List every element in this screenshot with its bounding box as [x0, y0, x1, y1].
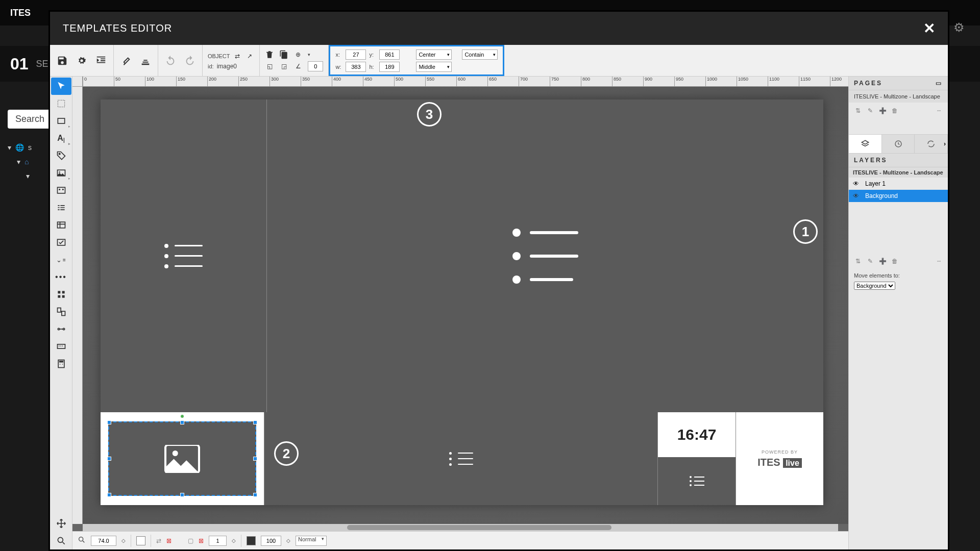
- stroke-width-input[interactable]: [209, 536, 227, 546]
- trash-icon[interactable]: 🗑: [891, 107, 899, 115]
- trash-icon[interactable]: [265, 50, 274, 59]
- dropdown-icon[interactable]: ▾: [308, 52, 310, 57]
- connector-tool-icon[interactable]: [51, 320, 71, 338]
- sync-tab-icon[interactable]: [915, 135, 948, 153]
- media-tool-icon[interactable]: [51, 182, 71, 199]
- horizontal-scrollbar[interactable]: [83, 524, 838, 531]
- rotation-handle[interactable]: [180, 414, 184, 418]
- zone-clock[interactable]: 16:47: [657, 412, 736, 505]
- fill-swatch[interactable]: [136, 536, 145, 545]
- layer-row[interactable]: 👁 Background: [849, 190, 948, 202]
- move-tool-icon[interactable]: [51, 515, 71, 532]
- align-center-icon[interactable]: ⊕: [293, 50, 303, 59]
- stepper-icon[interactable]: ◇: [121, 538, 126, 543]
- stepper-icon[interactable]: ◇: [286, 538, 290, 543]
- reorder-icon[interactable]: ⇅: [854, 107, 862, 115]
- grid-tool-icon[interactable]: [51, 286, 71, 303]
- page-item[interactable]: ITESLIVE - Multizone - Landscape: [849, 90, 948, 103]
- resize-handle[interactable]: [107, 457, 111, 461]
- redo-icon[interactable]: [183, 54, 197, 68]
- bring-front-icon[interactable]: ◱: [265, 62, 274, 71]
- panel-expand-icon[interactable]: ▭: [936, 80, 943, 87]
- canvas[interactable]: 16:47 POWERED BY: [83, 87, 848, 524]
- chevron-down-icon[interactable]: ▾: [8, 143, 11, 152]
- zoom-tool-icon[interactable]: [51, 532, 71, 549]
- rotate-icon[interactable]: ∠: [293, 62, 303, 71]
- more-tool-icon[interactable]: •••: [51, 268, 71, 286]
- send-back-icon[interactable]: ◲: [279, 62, 288, 71]
- move-elements-select[interactable]: Background: [854, 282, 895, 290]
- flip-h-icon[interactable]: ⇄: [156, 537, 161, 544]
- brush-icon[interactable]: [119, 54, 133, 68]
- settings-gear-icon[interactable]: ⚙: [953, 20, 965, 35]
- marquee-tool-icon[interactable]: [51, 95, 71, 112]
- edit-icon[interactable]: ✎: [866, 257, 874, 265]
- indent-icon[interactable]: [94, 54, 108, 68]
- chevron-down-icon[interactable]: ▾: [17, 158, 20, 166]
- w-input[interactable]: [346, 62, 366, 72]
- image-tool-icon[interactable]: ▸: [51, 164, 71, 182]
- calculator-tool-icon[interactable]: [51, 355, 71, 372]
- copy-icon[interactable]: [279, 50, 288, 59]
- zoom-input[interactable]: [91, 536, 116, 546]
- edit-icon[interactable]: ✎: [866, 107, 874, 115]
- resize-handle[interactable]: [107, 420, 111, 424]
- tag-tool-icon[interactable]: [51, 147, 71, 164]
- text-tool-icon[interactable]: A|▸: [51, 130, 71, 147]
- zone-ticker[interactable]: [264, 412, 657, 505]
- resize-handle[interactable]: [253, 493, 257, 497]
- rotation-input[interactable]: [308, 61, 323, 71]
- keyboard-tool-icon[interactable]: [51, 338, 71, 355]
- resize-handle[interactable]: [253, 457, 257, 461]
- export-icon[interactable]: ↗: [245, 52, 254, 61]
- close-icon[interactable]: ✕: [923, 20, 935, 37]
- chevron-right-icon[interactable]: ›: [944, 140, 946, 147]
- stepper-icon[interactable]: ◇: [232, 538, 236, 543]
- globe-icon[interactable]: 🌐: [15, 143, 24, 152]
- pointer-tool-icon[interactable]: [51, 78, 71, 95]
- align-h-select[interactable]: Center: [416, 49, 452, 60]
- blend-mode-select[interactable]: Normal: [296, 536, 327, 546]
- zone-logo[interactable]: POWERED BY ITES live: [736, 412, 823, 505]
- visibility-icon[interactable]: 👁: [853, 192, 861, 199]
- component-tool-icon[interactable]: [51, 303, 71, 320]
- no-stroke-icon[interactable]: ⊠: [199, 537, 204, 544]
- checkbox-tool-icon[interactable]: [51, 234, 71, 251]
- y-input[interactable]: [379, 49, 400, 60]
- sliders-icon[interactable]: ┄: [935, 257, 943, 265]
- resize-handle[interactable]: [180, 420, 184, 424]
- resize-handle[interactable]: [253, 420, 257, 424]
- dropdown-tool-icon[interactable]: ⌄≡: [51, 251, 71, 268]
- history-tab-icon[interactable]: [882, 135, 915, 153]
- align-v-select[interactable]: Middle: [416, 62, 452, 72]
- resize-handle[interactable]: [180, 493, 184, 497]
- zoom-icon[interactable]: [78, 536, 86, 545]
- undo-icon[interactable]: [163, 54, 178, 68]
- list-tool-icon[interactable]: [51, 199, 71, 216]
- gear-icon[interactable]: [75, 54, 89, 68]
- home-icon[interactable]: ⌂: [24, 158, 29, 166]
- chevron-down-icon[interactable]: ▾: [26, 172, 30, 180]
- zone-main[interactable]: [267, 99, 823, 412]
- search-input[interactable]: Search: [8, 110, 52, 129]
- opacity-input[interactable]: [261, 536, 281, 546]
- fit-select[interactable]: Contain: [462, 49, 498, 60]
- add-icon[interactable]: ➕: [878, 107, 887, 115]
- table-tool-icon[interactable]: [51, 216, 71, 234]
- sliders-icon[interactable]: ┄: [935, 107, 943, 115]
- visibility-icon[interactable]: 👁: [853, 180, 861, 187]
- resize-handle[interactable]: [107, 493, 111, 497]
- trash-icon[interactable]: 🗑: [891, 257, 899, 265]
- zone-image[interactable]: [101, 412, 264, 505]
- swap-icon[interactable]: ⇄: [233, 52, 242, 61]
- save-icon[interactable]: [55, 54, 69, 68]
- layer-row[interactable]: 👁 Layer 1: [849, 178, 948, 190]
- selected-image-element[interactable]: [108, 421, 256, 496]
- color-swatch[interactable]: [247, 536, 256, 545]
- add-icon[interactable]: ➕: [878, 257, 887, 265]
- stroke-icon[interactable]: ▢: [188, 537, 193, 544]
- no-fill-icon[interactable]: ⊠: [166, 537, 172, 544]
- rectangle-tool-icon[interactable]: ▸: [51, 112, 71, 130]
- layers-tab-icon[interactable]: [849, 135, 882, 153]
- h-input[interactable]: [379, 62, 400, 72]
